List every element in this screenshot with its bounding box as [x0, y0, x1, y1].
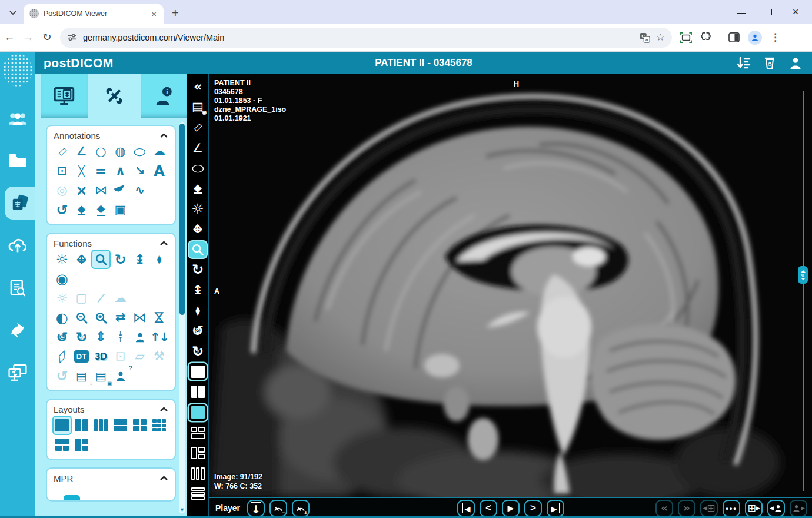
- layout-1x2-filled-button[interactable]: [189, 384, 207, 400]
- collapse-chevron-icon[interactable]: [159, 407, 168, 412]
- angle-button[interactable]: ∠: [189, 140, 207, 156]
- ruler-button[interactable]: ▭: [189, 119, 207, 135]
- layout-1x3-button[interactable]: [91, 416, 111, 435]
- ruler-button[interactable]: ▭: [52, 142, 72, 161]
- three-d-button[interactable]: 3D: [91, 347, 111, 366]
- pan-button[interactable]: ↔↕: [189, 221, 207, 237]
- layout-1x2-button[interactable]: [72, 416, 91, 435]
- save-annotations-button[interactable]: ▣: [111, 200, 130, 220]
- layout-left1-right2-button[interactable]: [72, 435, 91, 454]
- scrollbar-thumb[interactable]: [179, 124, 185, 315]
- window-level-button[interactable]: ☼: [189, 201, 207, 217]
- tab-close-icon[interactable]: ×: [150, 9, 158, 19]
- freehand-button[interactable]: ☁: [149, 142, 169, 161]
- layout-2x2-button[interactable]: [130, 416, 149, 435]
- collapse-vertical-button[interactable]: ↓↑: [111, 327, 130, 347]
- collapse-chevron-icon[interactable]: [159, 476, 168, 481]
- prev-patient-button[interactable]: ◀: [767, 500, 785, 517]
- tools-button[interactable]: [91, 74, 138, 118]
- polyline-button[interactable]: ∧: [111, 161, 130, 181]
- undo-button[interactable]: ↺: [52, 366, 72, 386]
- mri-brain-image[interactable]: [209, 74, 812, 497]
- play-button[interactable]: ▶: [502, 500, 520, 517]
- probe-point-button[interactable]: ◎: [52, 181, 72, 200]
- previous-button[interactable]: <: [480, 500, 497, 517]
- flip-horizontal-button[interactable]: ⇄: [111, 308, 130, 327]
- layout-1x1-button[interactable]: [52, 416, 72, 435]
- browser-tab[interactable]: PostDICOM Viewer ×: [24, 4, 164, 24]
- mirror-vertical-button[interactable]: ⋈: [149, 308, 169, 327]
- view-report-button[interactable]: ▤◉: [189, 99, 207, 115]
- stack-scroll-button[interactable]: ↨: [130, 250, 149, 269]
- rectangle-button[interactable]: ⊡: [52, 161, 72, 181]
- layout-2x1-button[interactable]: [111, 416, 130, 435]
- forward-icon[interactable]: →: [19, 31, 38, 44]
- patient-orientation-button[interactable]: [130, 327, 149, 347]
- rotate-gear-button[interactable]: ↺⚙: [52, 327, 72, 347]
- minimize-icon[interactable]: —: [736, 7, 747, 17]
- viewer-settings-button[interactable]: [41, 74, 88, 118]
- back-icon[interactable]: ←: [0, 31, 19, 44]
- scrollbar-down-arrow-icon[interactable]: ▼: [179, 507, 185, 513]
- invert-button[interactable]: ◐: [52, 308, 72, 327]
- panel-scrollbar[interactable]: ▼: [179, 122, 185, 513]
- rotate-button[interactable]: ↻: [189, 261, 207, 278]
- text-button[interactable]: A: [149, 161, 169, 181]
- intersecting-lines-button[interactable]: ×: [72, 181, 91, 200]
- extensions-puzzle-icon[interactable]: [700, 32, 711, 43]
- layout-left1-right2-outline-button[interactable]: [189, 445, 207, 461]
- close-icon[interactable]: ×: [790, 6, 801, 18]
- sort-updown-button[interactable]: ↑↓: [149, 327, 169, 347]
- magnify-button[interactable]: [91, 250, 111, 269]
- reload-icon[interactable]: ↻: [38, 31, 56, 44]
- translate-icon[interactable]: Ga: [640, 32, 650, 43]
- pan-button[interactable]: ↔↕: [72, 250, 91, 269]
- first-button[interactable]: ◀: [457, 500, 475, 517]
- maximize-icon[interactable]: [763, 7, 774, 17]
- next-button[interactable]: >: [524, 500, 542, 517]
- erase-all-button[interactable]: ◆: [91, 200, 111, 220]
- angle-button[interactable]: ∠: [72, 142, 91, 161]
- site-settings-icon[interactable]: [67, 32, 77, 42]
- eraser-button[interactable]: ◆: [189, 180, 207, 197]
- select-points-button[interactable]: ⊡: [111, 347, 130, 366]
- omnibox[interactable]: germany.postdicom.com/Viewer/Main Ga ☆: [60, 28, 672, 48]
- last-button[interactable]: ▶: [547, 500, 564, 517]
- images-button[interactable]: [5, 187, 35, 220]
- zoom-in-button[interactable]: [91, 308, 111, 327]
- shaded-circle-button[interactable]: ◍: [111, 142, 130, 161]
- crop-button[interactable]: ▱: [130, 347, 149, 366]
- patients-button[interactable]: [0, 102, 35, 135]
- next-series-grid-button[interactable]: ⊞▶: [745, 500, 763, 517]
- rotate-gear-light-button[interactable]: ↻☼: [189, 343, 207, 360]
- window-level-button[interactable]: ☼: [52, 250, 72, 269]
- bookmark-star-icon[interactable]: ☆: [656, 32, 665, 42]
- image-scroll-slider[interactable]: [803, 91, 804, 491]
- cross-lines-button[interactable]: ╳: [72, 161, 91, 181]
- layout-1x1-filled-button[interactable]: [189, 363, 207, 380]
- fast-forward-button[interactable]: »: [678, 500, 695, 517]
- speed-decrease-button[interactable]: −: [269, 500, 287, 517]
- more-series-button[interactable]: •••: [723, 500, 740, 517]
- prev-series-grid-button[interactable]: ◀⊞: [700, 500, 718, 517]
- cine-button[interactable]: ▲▼: [149, 250, 169, 269]
- eraser-button[interactable]: ◆: [72, 200, 91, 220]
- remote-sync-button[interactable]: [0, 356, 35, 389]
- repair-button[interactable]: ⚒: [149, 347, 169, 366]
- spline-button[interactable]: ∿: [130, 181, 149, 200]
- layout-3x3-button[interactable]: [149, 416, 169, 435]
- tab-search-chevron-icon[interactable]: [5, 4, 21, 21]
- layout-1x3-outline-button[interactable]: [189, 465, 207, 482]
- new-tab-button[interactable]: +: [172, 6, 179, 20]
- profile-avatar[interactable]: [748, 31, 762, 45]
- closed-freehand-button[interactable]: ☁: [111, 181, 130, 200]
- expand-vertical-button[interactable]: ⇕: [91, 327, 111, 347]
- ellipse-button[interactable]: ○: [189, 160, 207, 176]
- freehand-select-button[interactable]: ☁: [111, 288, 130, 308]
- stack-scroll-button[interactable]: ↨: [189, 282, 207, 298]
- slider-handle[interactable]: [798, 266, 808, 284]
- dt-button[interactable]: DT: [72, 347, 91, 366]
- cobb-angle-button[interactable]: ⋈: [91, 181, 111, 200]
- worklist-button[interactable]: [0, 271, 35, 304]
- speed-increase-button[interactable]: +: [292, 500, 310, 517]
